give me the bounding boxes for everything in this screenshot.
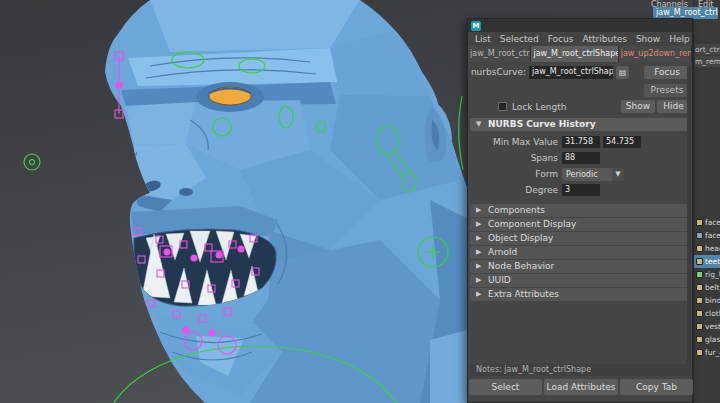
channel-box-tab-remnant[interactable]: ort_ctrlSha [695, 44, 720, 55]
layer-row[interactable]: cloth [694, 307, 720, 320]
tab-jaw-root-ctrl[interactable]: jaw_M_root_ctrl [468, 46, 531, 62]
node-type-label: nurbsCurve: [468, 67, 526, 77]
layer-name: teeth [705, 257, 720, 266]
section-title: Node Behavior [488, 260, 554, 273]
chevron-right-icon: ▶ [476, 288, 481, 301]
min-value-field[interactable]: 31.758 [562, 136, 600, 148]
section-components[interactable]: ▶ Components [470, 204, 690, 217]
chevron-right-icon: ▶ [476, 204, 481, 217]
layer-name: rig_U [705, 270, 720, 279]
layer-color-swatch[interactable] [696, 349, 703, 356]
form-dropdown[interactable]: Periodic ▼ [562, 168, 624, 181]
layer-color-swatch[interactable] [696, 271, 703, 278]
layer-row[interactable]: face_ [694, 229, 720, 242]
layer-row[interactable]: fur_d [694, 346, 720, 359]
node-tabs: jaw_M_root_ctrl jaw_M_root_ctrlShape jaw… [468, 46, 692, 62]
select-button[interactable]: Select [469, 379, 542, 395]
focus-button[interactable]: Focus [644, 66, 690, 79]
section-node-behavior[interactable]: ▶ Node Behavior [470, 260, 690, 273]
layer-row[interactable]: glass [694, 333, 720, 346]
spans-field[interactable]: 88 [562, 152, 600, 164]
attribute-editor-menubar: List Selected Focus Attributes Show Help [468, 32, 692, 46]
lock-length-checkbox[interactable] [498, 102, 507, 111]
node-name-field[interactable]: jaw_M_root_ctrlShape [529, 66, 613, 79]
form-dropdown-value: Periodic [566, 170, 598, 179]
channel-box-panel: ort_ctrlSha m_rema face_ face_ head_ tee… [693, 0, 720, 403]
layer-row[interactable]: belt_ [694, 281, 720, 294]
layer-name: cloth [705, 309, 720, 318]
section-title: Extra Attributes [488, 288, 559, 301]
chevron-down-icon: ▼ [612, 168, 624, 181]
layer-row[interactable]: head_ [694, 242, 720, 255]
layer-name: vest_ [705, 322, 720, 331]
layer-color-swatch[interactable] [696, 336, 703, 343]
section-component-display[interactable]: ▶ Component Display [470, 218, 690, 231]
chevron-right-icon: ▶ [476, 274, 481, 287]
menu-help[interactable]: Help [669, 34, 690, 44]
layer-row[interactable]: rig_U [694, 268, 720, 281]
section-title: Component Display [488, 218, 576, 231]
maya-logo-icon: M [471, 21, 481, 31]
menu-focus[interactable]: Focus [548, 34, 574, 44]
section-uuid[interactable]: ▶ UUID [470, 274, 690, 287]
layer-name: face_ [705, 231, 720, 240]
section-title: Arnold [488, 246, 517, 259]
channel-box-tab-remnant[interactable]: m_rema [695, 56, 720, 67]
layer-name: bind_ [705, 296, 720, 305]
layer-color-swatch[interactable] [696, 232, 703, 239]
chevron-right-icon: ▶ [476, 246, 481, 259]
menu-list[interactable]: List [475, 34, 491, 44]
chevron-right-icon: ▶ [476, 260, 481, 273]
section-arnold[interactable]: ▶ Arnold [470, 246, 690, 259]
tab-jaw-up2down-remap[interactable]: jaw_up2down_remap [619, 46, 692, 62]
layer-name: fur_d [705, 348, 720, 357]
layer-color-swatch[interactable] [696, 219, 703, 226]
presets-button[interactable]: Presets [644, 84, 690, 97]
layer-color-swatch[interactable] [696, 245, 703, 252]
scrollbar[interactable] [687, 66, 691, 372]
spans-label: Spans [468, 153, 558, 163]
tab-jaw-root-ctrlshape[interactable]: jaw_M_root_ctrlShape [531, 46, 618, 62]
notes-bar[interactable]: Notes: jaw_M_root_ctrlShape [470, 364, 690, 376]
section-nurbs-curve-history[interactable]: ▼ NURBS Curve History [470, 118, 690, 131]
layer-row[interactable]: vest_ [694, 320, 720, 333]
show-button[interactable]: Show [621, 100, 655, 113]
layer-name: glass [705, 335, 720, 344]
menu-attributes[interactable]: Attributes [582, 34, 626, 44]
layer-color-swatch[interactable] [696, 297, 703, 304]
layer-color-swatch[interactable] [696, 258, 703, 265]
layer-name: head_ [705, 244, 720, 253]
section-title: UUID [488, 274, 511, 287]
section-title: Components [488, 204, 545, 217]
layer-name: belt_ [705, 283, 720, 292]
layer-row[interactable]: bind_ [694, 294, 720, 307]
form-label: Form [468, 169, 558, 179]
section-extra-attributes[interactable]: ▶ Extra Attributes [470, 288, 690, 301]
section-title: Object Display [488, 232, 553, 245]
section-title: NURBS Curve History [488, 118, 596, 131]
hide-button[interactable]: Hide [657, 100, 690, 113]
attribute-editor-window: M List Selected Focus Attributes Show He… [467, 18, 693, 403]
layer-row[interactable]: face_ [694, 216, 720, 229]
section-object-display[interactable]: ▶ Object Display [470, 232, 690, 245]
chevron-down-icon: ▼ [476, 118, 481, 131]
layer-color-swatch[interactable] [696, 323, 703, 330]
layer-color-swatch[interactable] [696, 284, 703, 291]
menu-show[interactable]: Show [636, 34, 660, 44]
maya-application: ort_ctrlSha m_rema face_ face_ head_ tee… [0, 0, 720, 403]
degree-field[interactable]: 3 [562, 184, 600, 196]
copy-node-icon[interactable]: ▤ [616, 66, 629, 79]
layer-color-swatch[interactable] [696, 310, 703, 317]
min-max-label: Min Max Value [468, 137, 558, 147]
load-attributes-button[interactable]: Load Attributes [544, 379, 618, 395]
chevron-right-icon: ▶ [476, 232, 481, 245]
copy-tab-button[interactable]: Copy Tab [620, 379, 693, 395]
layer-name: face_ [705, 218, 720, 227]
max-value-field[interactable]: 54.735 [603, 136, 641, 148]
lock-length-label: Lock Length [512, 101, 566, 114]
degree-label: Degree [468, 185, 558, 195]
menu-selected[interactable]: Selected [500, 34, 539, 44]
chevron-right-icon: ▶ [476, 218, 481, 231]
window-titlebar[interactable]: M [468, 19, 692, 32]
layer-row-selected[interactable]: teeth [694, 255, 720, 268]
